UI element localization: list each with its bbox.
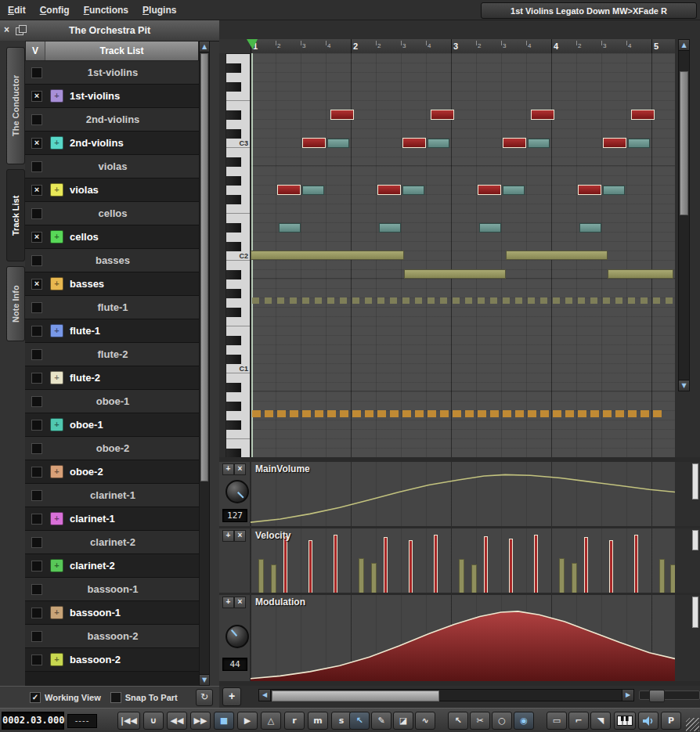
erase-tool[interactable]: ◪	[393, 712, 413, 730]
velocity-bar[interactable]	[384, 537, 388, 593]
draw-tool[interactable]: ✎	[371, 712, 391, 730]
velocity-bar[interactable]	[283, 536, 287, 593]
midi-note[interactable]	[603, 186, 625, 195]
midi-note[interactable]	[352, 297, 359, 304]
midi-note[interactable]	[302, 410, 311, 417]
midi-note[interactable]	[390, 297, 397, 304]
midi-note[interactable]	[531, 110, 554, 120]
midi-note[interactable]	[252, 297, 259, 304]
midi-note[interactable]	[377, 185, 401, 195]
track-active-checkbox[interactable]	[31, 373, 42, 384]
midi-note[interactable]	[340, 297, 347, 304]
velocity-bar[interactable]	[559, 558, 565, 593]
piano-key[interactable]	[226, 308, 250, 317]
midi-note[interactable]	[428, 297, 435, 304]
velocity-bar[interactable]	[334, 535, 337, 593]
mainvolume-lane[interactable]	[251, 462, 675, 526]
menu-config[interactable]: Config	[40, 5, 70, 16]
part-checkbox[interactable]	[31, 537, 42, 548]
velocity-bar[interactable]	[271, 564, 276, 593]
piano-key[interactable]	[226, 233, 250, 242]
midi-note[interactable]	[440, 297, 447, 304]
velocity-bar[interactable]	[670, 564, 675, 593]
velocity-mini-scrollbar[interactable]	[692, 530, 698, 550]
piano-key[interactable]	[226, 326, 250, 336]
midi-note[interactable]	[578, 185, 601, 195]
track-row-1st-violins[interactable]: ×+1st-violins	[25, 85, 199, 108]
midi-note[interactable]	[415, 410, 424, 417]
piano-key[interactable]	[226, 120, 250, 129]
mute-button[interactable]: m	[308, 712, 328, 730]
midi-note[interactable]	[330, 110, 354, 120]
panic-button[interactable]: P	[661, 712, 681, 730]
menu-plugins[interactable]: Plugins	[143, 5, 176, 16]
part-checkbox[interactable]	[31, 490, 42, 501]
track-active-checkbox[interactable]	[31, 654, 42, 665]
editor-hscrollbar-thumb[interactable]	[272, 691, 439, 701]
midi-note[interactable]	[265, 297, 272, 304]
midi-note[interactable]	[251, 251, 404, 260]
midi-note[interactable]	[431, 110, 454, 120]
part-tool[interactable]: ◥	[590, 712, 611, 730]
tracklist-scrollbar[interactable]: ▲ ▼	[199, 41, 210, 686]
resize-grip[interactable]	[686, 718, 699, 731]
velocity-bar[interactable]	[459, 559, 464, 593]
part-row-1st-violins[interactable]: 1st-violins	[25, 61, 199, 85]
midi-note[interactable]	[290, 297, 297, 304]
part-row-bassoon-1[interactable]: bassoon-1	[25, 578, 199, 601]
midi-note[interactable]	[528, 139, 550, 148]
midi-note[interactable]	[377, 297, 384, 304]
midi-note[interactable]	[578, 297, 585, 304]
midi-note[interactable]	[402, 410, 411, 417]
track-row-basses[interactable]: ×+basses	[25, 272, 199, 296]
zoom-select-tool[interactable]: ▭	[547, 712, 567, 730]
velocity-bar[interactable]	[572, 563, 577, 593]
piano-key[interactable]	[226, 204, 250, 214]
track-active-checkbox[interactable]	[31, 326, 42, 337]
piano-key[interactable]	[226, 110, 250, 120]
zoom-slider-thumb[interactable]	[649, 690, 665, 702]
velocity-bar[interactable]	[434, 535, 438, 593]
velocity-bar[interactable]	[409, 540, 413, 593]
velocity-bar[interactable]	[659, 559, 665, 593]
midi-note[interactable]	[402, 297, 410, 304]
modulation-lane[interactable]	[251, 595, 675, 681]
modulation-add-button[interactable]: +	[222, 597, 234, 608]
midi-note[interactable]	[290, 410, 298, 417]
piano-key[interactable]	[226, 317, 250, 326]
midi-note[interactable]	[603, 297, 610, 304]
velocity-bar[interactable]	[609, 540, 613, 593]
patch-button[interactable]: 1st Violins Legato Down MW>XFade R	[481, 2, 697, 19]
close-icon[interactable]: ×	[4, 24, 9, 35]
menu-functions[interactable]: Functions	[84, 5, 128, 16]
midi-note[interactable]	[553, 410, 561, 417]
midi-note[interactable]	[503, 410, 511, 417]
rewind-button[interactable]: ◀◀	[167, 712, 187, 730]
marker-tool[interactable]: ⌐	[568, 712, 589, 730]
goto-start-button[interactable]: |◀◀	[117, 712, 140, 730]
part-row-clarinet-2[interactable]: clarinet-2	[25, 531, 199, 554]
part-row-flute-2[interactable]: flute-2	[25, 343, 199, 366]
modulation-remove-button[interactable]: ×	[234, 597, 246, 608]
piano-key[interactable]	[226, 420, 250, 430]
play-button[interactable]: ▶	[237, 712, 258, 730]
track-row-bassoon-2[interactable]: +bassoon-2	[25, 648, 199, 672]
midi-note[interactable]	[579, 223, 601, 233]
scroll-up-icon[interactable]: ▲	[679, 40, 689, 51]
piano-key[interactable]	[226, 383, 250, 392]
track-active-checkbox[interactable]	[31, 514, 42, 525]
track-active-checkbox[interactable]: ×	[31, 91, 42, 102]
part-row-cellos[interactable]: cellos	[25, 202, 199, 225]
modulation-knob[interactable]	[226, 625, 249, 648]
midi-note[interactable]	[478, 410, 486, 417]
piano-key[interactable]	[226, 392, 250, 402]
track-row-cellos[interactable]: ×+cellos	[25, 225, 199, 249]
mainvolume-curve[interactable]	[251, 462, 675, 526]
midi-note[interactable]	[302, 186, 324, 195]
mainvolume-knob[interactable]	[226, 480, 249, 503]
midi-note[interactable]	[490, 297, 497, 304]
midi-note[interactable]	[302, 138, 326, 148]
part-checkbox[interactable]	[31, 349, 42, 360]
midi-note[interactable]	[327, 410, 336, 417]
midi-note[interactable]	[265, 410, 273, 417]
